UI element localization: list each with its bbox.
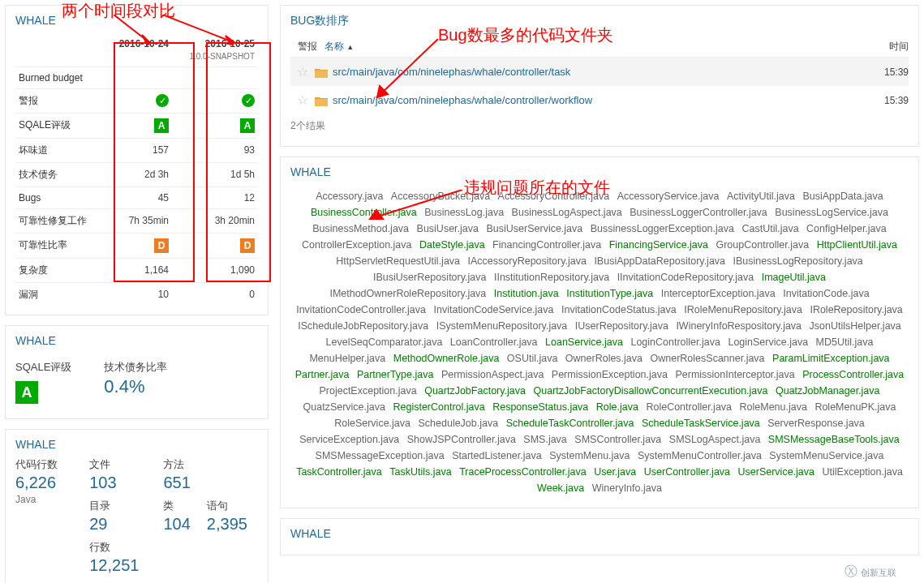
file-item[interactable]: MenuHelper.java	[309, 350, 385, 367]
file-item[interactable]: RoleService.java	[334, 415, 410, 431]
file-item[interactable]: IUserRepository.java	[575, 318, 668, 334]
file-item[interactable]: GroupController.java	[716, 237, 809, 253]
file-item[interactable]: SMSMessageBaseTools.java	[768, 431, 900, 448]
file-item[interactable]: BusiUser.java	[417, 221, 479, 237]
file-item[interactable]: IBusiUserRepository.java	[373, 269, 486, 285]
file-item[interactable]: JsonUtilsHelper.java	[810, 318, 901, 334]
file-item[interactable]: ResponseStatus.java	[492, 399, 588, 415]
file-item[interactable]: SystemMenu.java	[549, 448, 630, 464]
file-item[interactable]: BusinessLog.java	[424, 204, 504, 221]
file-item[interactable]: SystemMenuService.java	[769, 448, 883, 464]
file-item[interactable]: PermissionException.java	[552, 367, 668, 383]
file-item[interactable]: BusiUserService.java	[486, 221, 582, 237]
file-item[interactable]: PermissionAspect.java	[441, 367, 544, 383]
file-item[interactable]: BusinessLogAspect.java	[512, 204, 622, 221]
file-item[interactable]: ParamLimitException.java	[772, 350, 890, 367]
file-item[interactable]: OSUtil.java	[507, 350, 558, 367]
file-item[interactable]: MethodOwnerRole.java	[393, 350, 500, 367]
star-icon[interactable]: ☆	[290, 92, 315, 108]
file-item[interactable]: InvitationCodeService.java	[434, 302, 554, 318]
file-item[interactable]: StartedListener.java	[452, 448, 542, 464]
debt-ratio[interactable]: 0.4%	[104, 376, 167, 397]
file-item[interactable]: TaskUtils.java	[389, 464, 451, 480]
file-item[interactable]: BusinessLogService.java	[775, 204, 888, 221]
file-item[interactable]: Partner.java	[295, 367, 350, 383]
file-item[interactable]: SMSLogAspect.java	[669, 431, 761, 448]
file-item[interactable]: UserController.java	[644, 464, 730, 480]
file-item[interactable]: IWineryInfoRespository.java	[676, 318, 802, 334]
file-item[interactable]: CastUtil.java	[741, 221, 798, 237]
file-item[interactable]: ScheduleTaskService.java	[642, 415, 760, 431]
file-item[interactable]: FinancingController.java	[492, 237, 601, 253]
file-item[interactable]: SystemMenuController.java	[638, 448, 762, 464]
file-item[interactable]: ShowJSPController.java	[407, 431, 516, 448]
file-item[interactable]: User.java	[594, 464, 636, 480]
file-item[interactable]: OwnerRolesScanner.java	[651, 350, 765, 367]
file-item[interactable]: IRoleMenuRepository.java	[684, 302, 802, 318]
file-item[interactable]: IInvitationCodeRepository.java	[617, 269, 754, 285]
file-item[interactable]: LevelSeqComparator.java	[326, 334, 443, 350]
loc-val[interactable]: 6,226	[15, 474, 83, 492]
file-item[interactable]: HttpClientUtil.java	[817, 237, 897, 253]
file-item[interactable]: QuartzJobFactory.java	[424, 383, 526, 399]
file-item[interactable]: RoleController.java	[646, 399, 732, 415]
file-item[interactable]: Week.java	[537, 480, 584, 496]
file-item[interactable]: ServiceException.java	[299, 431, 399, 448]
file-item[interactable]: DateStyle.java	[419, 237, 485, 253]
file-item[interactable]: AccessoryController.java	[498, 188, 610, 204]
file-item[interactable]: BusinessMethod.java	[312, 221, 409, 237]
lines-val[interactable]: 12,251	[89, 556, 157, 575]
bug-path[interactable]: src/main/java/com/ninelephas/whale/contr…	[315, 66, 860, 78]
file-item[interactable]: ProjectException.java	[319, 383, 416, 399]
file-item[interactable]: InstitutionType.java	[566, 285, 653, 302]
file-item[interactable]: AccessoryBucket.java	[391, 188, 490, 204]
file-item[interactable]: BussinessLoggerException.java	[591, 221, 734, 237]
file-item[interactable]: AccessoryService.java	[617, 188, 720, 204]
file-item[interactable]: TaskController.java	[296, 464, 382, 480]
file-item[interactable]: BusinessController.java	[311, 204, 417, 221]
stmt-val[interactable]: 2,395	[207, 515, 247, 534]
file-item[interactable]: IInstitutionRepository.java	[494, 269, 609, 285]
file-item[interactable]: FinancingService.java	[609, 237, 708, 253]
file-item[interactable]: IRoleRepository.java	[810, 302, 902, 318]
file-item[interactable]: Role.java	[596, 399, 638, 415]
file-item[interactable]: IBusinessLogRepository.java	[733, 253, 863, 269]
file-item[interactable]: ScheduleJob.java	[418, 415, 498, 431]
file-item[interactable]: LoanController.java	[450, 334, 538, 350]
col-time[interactable]: 时间	[860, 40, 909, 54]
file-item[interactable]: SMSController.java	[574, 431, 661, 448]
file-item[interactable]: WineryInfo.java	[592, 480, 662, 496]
file-item[interactable]: Accessory.java	[316, 188, 383, 204]
file-item[interactable]: ConfigHelper.java	[806, 221, 887, 237]
file-item[interactable]: InterceptorException.java	[661, 285, 776, 302]
file-item[interactable]: RegisterControl.java	[393, 399, 484, 415]
file-item[interactable]: LoginController.java	[630, 334, 720, 350]
file-item[interactable]: ActivityUtil.java	[727, 188, 795, 204]
file-item[interactable]: BusinessLoggerController.java	[630, 204, 767, 221]
file-item[interactable]: ServerResponse.java	[767, 415, 865, 431]
star-icon[interactable]: ☆	[290, 64, 315, 79]
file-item[interactable]: HttpServletRequestUtil.java	[336, 253, 460, 269]
file-item[interactable]: InvitationCode.java	[783, 285, 869, 302]
dirs-val[interactable]: 29	[89, 515, 157, 534]
file-item[interactable]: ControllerException.java	[302, 237, 412, 253]
bug-row[interactable]: ☆src/main/java/com/ninelephas/whale/cont…	[290, 86, 909, 114]
files-val[interactable]: 103	[89, 474, 157, 492]
file-item[interactable]: TraceProcessController.java	[459, 464, 587, 480]
file-item[interactable]: SMSMessageException.java	[316, 448, 445, 464]
file-item[interactable]: MD5Util.java	[816, 334, 874, 350]
methods-val[interactable]: 651	[163, 474, 190, 492]
file-item[interactable]: UserService.java	[738, 464, 814, 480]
file-item[interactable]: OwnerRoles.java	[565, 350, 643, 367]
file-item[interactable]: SMS.java	[523, 431, 567, 448]
col-alert[interactable]: 警报	[290, 40, 324, 54]
file-item[interactable]: RoleMenu.java	[740, 399, 807, 415]
bug-row[interactable]: ☆src/main/java/com/ninelephas/whale/cont…	[290, 58, 909, 86]
file-item[interactable]: IBusiAppDataRepository.java	[594, 253, 725, 269]
file-item[interactable]: UtilException.java	[823, 464, 903, 480]
file-item[interactable]: IAccessoryRepository.java	[468, 253, 587, 269]
file-item[interactable]: ImageUtil.java	[762, 269, 826, 285]
file-item[interactable]: LoginService.java	[728, 334, 808, 350]
file-item[interactable]: PartnerType.java	[357, 367, 434, 383]
file-item[interactable]: ScheduleTaskController.java	[506, 415, 634, 431]
